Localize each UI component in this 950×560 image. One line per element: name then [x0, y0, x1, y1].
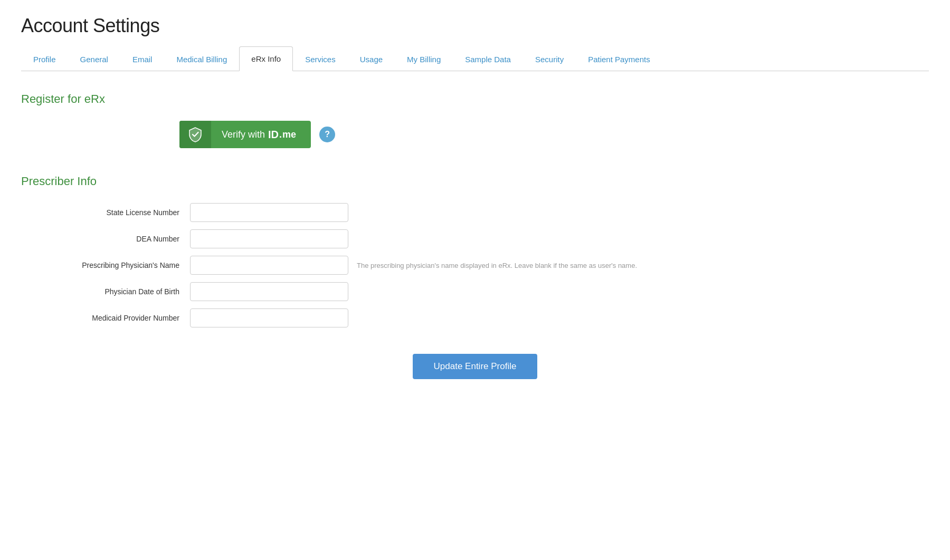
update-profile-button[interactable]: Update Entire Profile — [413, 354, 538, 379]
form-row-state-license: State License Number — [21, 203, 929, 222]
form-row-dea: DEA Number — [21, 229, 929, 248]
tab-general[interactable]: General — [68, 47, 120, 71]
tab-email[interactable]: Email — [120, 47, 165, 71]
idme-id: ID — [268, 129, 279, 141]
tab-security[interactable]: Security — [523, 47, 576, 71]
page-title: Account Settings — [21, 15, 929, 37]
form-row-medicaid: Medicaid Provider Number — [21, 308, 929, 327]
verify-idme-button[interactable]: Verify with ID.me — [179, 121, 311, 148]
label-state-license: State License Number — [21, 208, 190, 217]
tab-services[interactable]: Services — [293, 47, 348, 71]
prescriber-section-title: Prescriber Info — [21, 175, 929, 188]
idme-me: me — [282, 129, 296, 140]
hint-physician-name: The prescribing physician's name display… — [357, 262, 637, 269]
register-section: Register for eRx Verify with ID.me ? — [21, 92, 929, 148]
input-dob[interactable] — [190, 282, 348, 301]
tab-medical-billing[interactable]: Medical Billing — [164, 47, 239, 71]
help-button[interactable]: ? — [319, 127, 335, 142]
tab-usage[interactable]: Usage — [348, 47, 395, 71]
prescriber-section: Prescriber Info State License Number DEA… — [21, 175, 929, 327]
label-dob: Physician Date of Birth — [21, 287, 190, 296]
verify-btn-text: Verify with ID.me — [211, 129, 311, 141]
page-container: Account Settings Profile General Email M… — [0, 0, 950, 411]
label-physician-name: Prescribing Physician's Name — [21, 261, 190, 269]
tabs-bar: Profile General Email Medical Billing eR… — [21, 46, 929, 71]
input-dea[interactable] — [190, 229, 348, 248]
help-icon: ? — [325, 130, 330, 139]
tab-my-billing[interactable]: My Billing — [395, 47, 453, 71]
form-row-dob: Physician Date of Birth — [21, 282, 929, 301]
input-state-license[interactable] — [190, 203, 348, 222]
input-medicaid[interactable] — [190, 308, 348, 327]
tab-sample-data[interactable]: Sample Data — [453, 47, 523, 71]
input-physician-name[interactable] — [190, 256, 348, 275]
verify-label: Verify with — [222, 129, 265, 140]
footer-actions: Update Entire Profile — [21, 354, 929, 379]
verify-section: Verify with ID.me ? — [179, 121, 929, 148]
form-row-physician-name: Prescribing Physician's Name The prescri… — [21, 256, 929, 275]
label-medicaid: Medicaid Provider Number — [21, 314, 190, 322]
tab-erx-info[interactable]: eRx Info — [239, 46, 293, 71]
prescriber-form: State License Number DEA Number Prescrib… — [21, 203, 929, 327]
tab-patient-payments[interactable]: Patient Payments — [576, 47, 662, 71]
label-dea: DEA Number — [21, 235, 190, 243]
register-section-title: Register for eRx — [21, 92, 929, 106]
shield-check-icon — [187, 127, 203, 142]
idme-logo: ID.me — [268, 129, 296, 141]
idme-dot: . — [279, 129, 282, 140]
tab-profile[interactable]: Profile — [21, 47, 68, 71]
verify-btn-icon — [179, 121, 211, 148]
